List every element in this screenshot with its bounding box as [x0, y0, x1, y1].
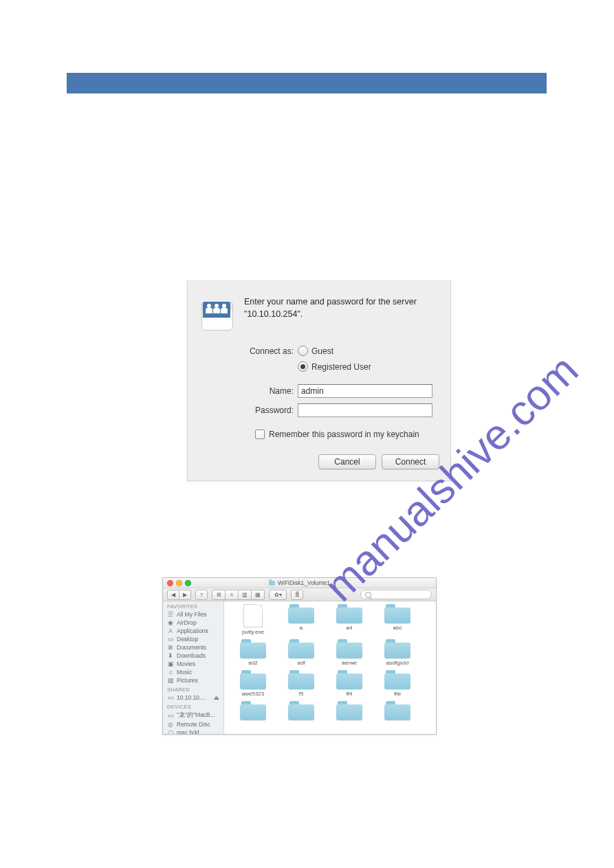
finder-item-label: awe5323	[242, 691, 264, 697]
sidebar-favorite-label: Movies	[177, 660, 195, 667]
sidebar-favorite-item[interactable]: AApplications	[163, 627, 223, 635]
view-icon-button[interactable]: ⊞	[212, 590, 226, 600]
name-label: Name:	[244, 386, 294, 396]
name-input[interactable]	[298, 384, 432, 398]
sidebar-favorite-item[interactable]: ⬇Downloads	[163, 652, 223, 660]
finder-item[interactable]: a4	[327, 604, 371, 635]
finder-item-label: putty.exe	[242, 629, 264, 635]
connect-button[interactable]: Connect	[382, 454, 439, 469]
zoom-icon[interactable]	[185, 580, 191, 586]
sidebar-favorite-label: Downloads	[177, 652, 206, 659]
sidebar-device-item[interactable]: ▢mac hdd	[163, 728, 223, 735]
password-label: Password:	[244, 405, 294, 415]
sidebar-favorite-item[interactable]: ▧Pictures	[163, 676, 223, 685]
back-button[interactable]: ◀	[167, 590, 179, 600]
sidebar-favorite-icon: ◉	[167, 620, 174, 625]
sidebar-favorite-icon: 🗎	[167, 645, 174, 650]
sidebar-device-icon: ▭	[167, 713, 174, 718]
guest-radio-label: Guest	[311, 346, 333, 356]
finder-item-label: file	[394, 691, 401, 697]
window-traffic-lights[interactable]	[167, 580, 191, 586]
server-auth-dialog: Enter your name and password for the ser…	[187, 280, 451, 481]
finder-item[interactable]	[375, 701, 419, 722]
finder-item[interactable]	[231, 701, 275, 722]
sidebar-favorite-item[interactable]: ▣Movies	[163, 660, 223, 668]
sidebar-favorite-item[interactable]: ◉AirDrop	[163, 619, 223, 627]
search-input[interactable]	[360, 590, 432, 599]
finder-item[interactable]	[327, 701, 371, 722]
sidebar-favorite-icon: ▭	[167, 636, 174, 642]
sidebar-favorite-label: Music	[177, 669, 192, 676]
forward-button[interactable]: ▶	[179, 590, 191, 600]
finder-window: WiFiDisk1_Volume1 ◀ ▶ ? ⊞ ≡ ▥ ▦ ✿▾ ≣ FAV…	[162, 577, 437, 735]
finder-item[interactable]	[279, 701, 323, 722]
finder-item-label: abc	[393, 625, 402, 631]
folder-icon	[384, 639, 410, 658]
registered-user-radio[interactable]	[298, 361, 308, 372]
finder-item-label: asdfgsdd	[386, 660, 408, 666]
finder-item[interactable]: a	[279, 604, 323, 635]
sidebar-shared-item[interactable]: ▭10.10.10....⏏	[163, 693, 223, 702]
eject-icon[interactable]: ⏏	[214, 695, 219, 701]
favorites-title: FAVORITES	[163, 601, 223, 610]
finder-item[interactable]: putty.exe	[231, 604, 275, 635]
finder-sidebar: FAVORITES ☰All My Files◉AirDropAApplicat…	[163, 601, 224, 735]
guest-radio[interactable]	[298, 346, 308, 356]
sidebar-favorite-label: Desktop	[177, 636, 198, 643]
sidebar-favorite-icon: ⬇	[167, 653, 174, 658]
sidebar-favorite-icon: ♫	[167, 669, 174, 675]
remember-checkbox[interactable]	[255, 430, 265, 439]
cancel-button[interactable]: Cancel	[318, 454, 376, 469]
folder-icon	[336, 604, 362, 623]
finder-item[interactable]: f5	[279, 670, 323, 697]
action-button[interactable]: ✿▾	[269, 590, 287, 600]
folder-icon	[384, 604, 410, 623]
finder-item[interactable]: abc	[375, 604, 419, 635]
path-button[interactable]: ?	[195, 590, 208, 600]
sidebar-device-label: mac hdd	[177, 729, 199, 735]
folder-icon	[240, 639, 266, 658]
finder-title: WiFiDisk1_Volume1	[278, 579, 330, 586]
folder-icon	[288, 639, 314, 658]
folder-icon	[384, 670, 410, 689]
finder-item[interactable]: aerwe	[327, 639, 371, 666]
password-input[interactable]	[298, 403, 432, 417]
shared-title: SHARED	[163, 685, 223, 693]
sidebar-favorite-item[interactable]: ☰All My Files	[163, 610, 223, 619]
sidebar-favorite-label: Applications	[177, 627, 208, 634]
sidebar-device-label: "龙"的"MacB...	[177, 711, 215, 720]
finder-item[interactable]: file	[375, 670, 419, 697]
view-list-button[interactable]: ≡	[226, 590, 239, 600]
sidebar-shared-label: 10.10.10....	[177, 694, 206, 701]
view-column-button[interactable]: ▥	[239, 590, 252, 600]
registered-user-radio-label: Registered User	[311, 362, 371, 372]
folder-icon	[240, 701, 266, 720]
sidebar-device-icon: ◎	[167, 722, 174, 727]
minimize-icon[interactable]	[176, 580, 182, 586]
sidebar-device-item[interactable]: ◎Remote Disc	[163, 720, 223, 728]
finder-item[interactable]: awe5323	[231, 670, 275, 697]
sidebar-favorite-item[interactable]: 🗎Documents	[163, 643, 223, 652]
arrange-button[interactable]: ≣	[291, 590, 303, 600]
finder-item-label: adf	[297, 660, 305, 666]
sidebar-shared-icon: ▭	[167, 695, 174, 700]
sidebar-favorite-label: AirDrop	[177, 619, 197, 626]
sidebar-favorite-item[interactable]: ▭Desktop	[163, 635, 223, 643]
folder-icon	[240, 670, 266, 689]
finder-item[interactable]: asdfgsdd	[375, 639, 419, 666]
network-drive-icon	[199, 296, 234, 332]
finder-item[interactable]: ad2	[231, 639, 275, 666]
finder-item[interactable]: ff4	[327, 670, 371, 697]
view-cover-button[interactable]: ▦	[252, 590, 265, 600]
sidebar-device-label: Remote Disc	[177, 721, 210, 728]
finder-item[interactable]: adf	[279, 639, 323, 666]
search-icon	[365, 592, 371, 598]
auth-message: Enter your name and password for the ser…	[244, 296, 439, 320]
header-bar	[67, 73, 547, 93]
finder-titlebar: WiFiDisk1_Volume1	[163, 578, 436, 588]
folder-icon	[269, 581, 275, 586]
folder-icon	[288, 604, 314, 623]
close-icon[interactable]	[167, 580, 173, 586]
sidebar-favorite-item[interactable]: ♫Music	[163, 668, 223, 676]
sidebar-device-item[interactable]: ▭"龙"的"MacB...	[163, 711, 223, 720]
